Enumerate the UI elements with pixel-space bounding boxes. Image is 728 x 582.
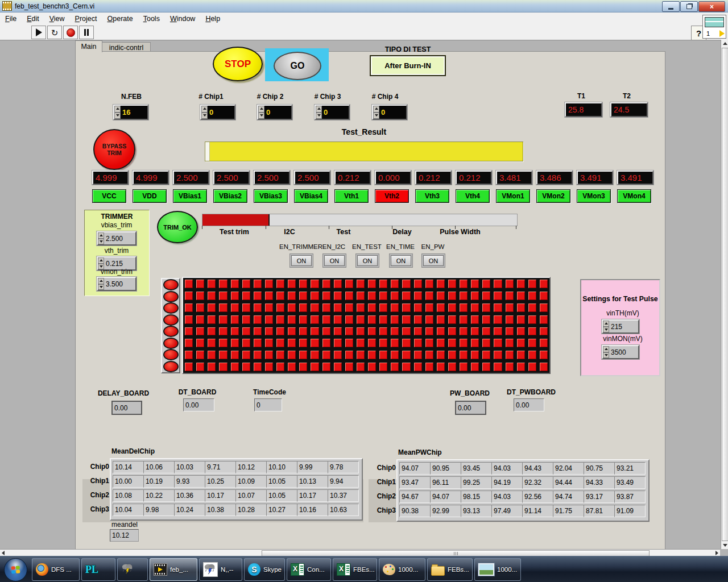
taskbar-item-storm-app[interactable]: [117, 558, 148, 581]
trimmer-vth-trim-increment[interactable]: [98, 257, 104, 264]
menu-file[interactable]: File: [0, 14, 22, 24]
counter-chip-4-value[interactable]: 0: [379, 106, 406, 119]
menu-tools[interactable]: Tools: [138, 14, 165, 24]
testpulse-vinmon-mv-decrement[interactable]: [603, 352, 609, 359]
channel-led-r1-c27: [492, 290, 503, 302]
menu-help[interactable]: Help: [200, 14, 225, 24]
testpulse-vinth-mv-increment[interactable]: [603, 321, 609, 327]
counter-n-feb-decrement[interactable]: [114, 113, 121, 119]
taskbar-item-folder-febs[interactable]: FEBs...: [427, 558, 473, 581]
pause-button[interactable]: [79, 26, 94, 39]
taskbar-item-paint-1000[interactable]: 1000...: [379, 558, 425, 581]
taskbar-item-photo-1000[interactable]: 1000...: [474, 558, 521, 581]
counter-chip-3-increment[interactable]: [316, 106, 322, 113]
testpulse-vinmon-mv-value[interactable]: 3500: [609, 346, 638, 358]
counter-chip-3-decrement[interactable]: [316, 113, 322, 119]
menu-project[interactable]: Project: [70, 14, 102, 24]
trimmer-vmon-trim-spinner[interactable]: [98, 278, 104, 290]
counter-n-feb-increment[interactable]: [114, 106, 121, 113]
taskbar-item-excel-fbes[interactable]: FBEs...: [333, 558, 377, 581]
abort-button[interactable]: [63, 26, 78, 39]
enable-toggle-en-time[interactable]: ON: [391, 255, 411, 266]
trimmer-vmon-trim-increment[interactable]: [98, 278, 104, 284]
testpulse-vinmon-mv-increment[interactable]: [603, 346, 609, 352]
led-column: [161, 278, 180, 373]
counter-chip-2-spinner[interactable]: [258, 106, 264, 119]
enable-toggle-en-trimmer[interactable]: ON: [291, 255, 312, 266]
counter-chip-4-increment[interactable]: [373, 106, 379, 113]
trimmer-vmon-trim[interactable]: 3.500: [97, 277, 136, 291]
trimmer-vbias-trim-value[interactable]: 2.500: [104, 232, 135, 244]
meandel-cell-3-7: 10.63: [328, 504, 359, 516]
enable-toggle-en-i2c[interactable]: ON: [324, 255, 345, 266]
restore-button[interactable]: [680, 1, 698, 12]
bypass-trim-button[interactable]: BYPASSTRIM: [93, 129, 135, 170]
counter-chip1-decrement[interactable]: [201, 113, 208, 119]
scroll-up-arrow[interactable]: [723, 42, 727, 45]
counter-chip-3[interactable]: 0: [315, 105, 350, 120]
counter-chip1[interactable]: 0: [200, 105, 235, 120]
close-button[interactable]: ×: [698, 1, 725, 12]
counter-n-feb-value[interactable]: 16: [121, 106, 147, 119]
testpulse-vinmon-mv[interactable]: 3500: [602, 345, 639, 359]
trimmer-vbias-trim-spinner[interactable]: [98, 232, 104, 244]
taskbar-item-labview-feb[interactable]: feb_...: [150, 558, 197, 581]
testpulse-vinth-mv-spinner[interactable]: [603, 321, 609, 332]
scroll-left-arrow[interactable]: [2, 551, 5, 555]
counter-chip-3-value[interactable]: 0: [322, 106, 349, 119]
enable-toggle-en-test[interactable]: ON: [357, 255, 378, 266]
scroll-down-arrow[interactable]: [723, 544, 727, 547]
vertical-scroll-thumb[interactable]: [722, 48, 728, 541]
counter-chip-2-increment[interactable]: [258, 106, 264, 113]
testpulse-vinmon-mv-spinner[interactable]: [603, 346, 609, 358]
channel-led-r3-c15: [355, 314, 366, 326]
start-button[interactable]: [4, 558, 27, 581]
counter-n-feb-spinner[interactable]: [114, 106, 121, 119]
channel-led-r4-c13: [332, 326, 344, 338]
counter-chip1-increment[interactable]: [201, 106, 208, 113]
meandel-cell-0-3: 9.71: [205, 461, 236, 473]
testpulse-vinth-mv-decrement[interactable]: [603, 327, 609, 333]
taskbar-item-pl-app[interactable]: PL: [81, 558, 115, 581]
trimmer-vbias-trim-decrement[interactable]: [98, 239, 104, 245]
counter-chip1-spinner[interactable]: [201, 106, 208, 119]
tipo-di-test-selector[interactable]: After Burn-IN: [370, 55, 446, 76]
taskbar-item-storm-white-n[interactable]: N,,--: [199, 558, 242, 581]
run-continuous-button[interactable]: ↻: [47, 26, 62, 39]
counter-chip-4[interactable]: 0: [372, 105, 407, 120]
counter-chip-2-decrement[interactable]: [258, 113, 264, 119]
tab-main[interactable]: Main: [75, 40, 102, 52]
channel-led-grid: [182, 277, 551, 374]
trimmer-vbias-trim-increment[interactable]: [98, 232, 104, 239]
menu-edit[interactable]: Edit: [22, 14, 44, 24]
counter-chip-2[interactable]: 0: [257, 105, 292, 120]
trimmer-vmon-trim-decrement[interactable]: [98, 284, 104, 290]
minimize-button[interactable]: [662, 1, 680, 12]
menu-window[interactable]: Window: [165, 14, 200, 24]
enable-toggle-en-pw[interactable]: ON: [423, 255, 444, 266]
trimmer-vbias-trim[interactable]: 2.500: [97, 231, 136, 246]
counter-chip-2-value[interactable]: 0: [264, 106, 291, 119]
run-button[interactable]: [31, 26, 46, 39]
counter-chip-3-spinner[interactable]: [316, 106, 322, 119]
counter-n-feb[interactable]: 16: [113, 105, 148, 120]
counter-chip-4-decrement[interactable]: [373, 113, 379, 119]
stop-button[interactable]: STOP: [213, 47, 263, 81]
vertical-scrollbar[interactable]: [721, 40, 728, 549]
trim-ok-button[interactable]: TRIM_OK: [157, 211, 198, 243]
menu-operate[interactable]: Operate: [102, 14, 138, 24]
menu-view[interactable]: View: [44, 14, 70, 24]
taskbar-item-skype-skype[interactable]: SSkype: [244, 558, 285, 581]
meandel-cell-2-3: 10.17: [205, 489, 236, 502]
channel-led-r3-c31: [538, 314, 549, 326]
channel-led-r4-c0: [183, 326, 195, 338]
counter-chip1-value[interactable]: 0: [208, 106, 234, 119]
go-button[interactable]: GO: [274, 52, 321, 80]
trimmer-vmon-trim-value[interactable]: 3.500: [104, 278, 135, 290]
testpulse-vinth-mv-value[interactable]: 215: [609, 321, 638, 332]
counter-chip-4-spinner[interactable]: [373, 106, 379, 119]
testpulse-vinth-mv[interactable]: 215: [602, 319, 639, 334]
scroll-right-arrow[interactable]: [715, 551, 718, 555]
taskbar-item-excel-con[interactable]: Con...: [287, 558, 331, 581]
taskbar-item-firefox-dfs[interactable]: DFS ...: [32, 558, 80, 581]
